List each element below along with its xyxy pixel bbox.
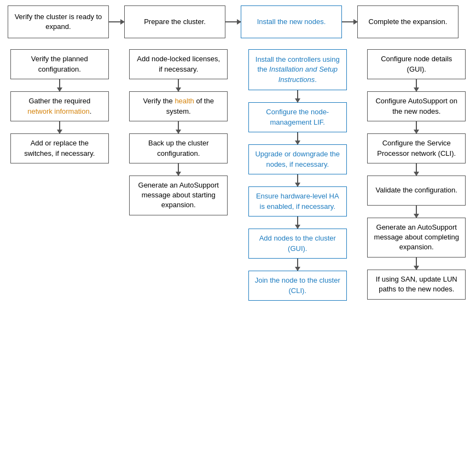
arrow-3-4 bbox=[342, 21, 357, 22]
top-box-3: Install the new nodes. bbox=[241, 5, 342, 38]
c3-arrow-v-4 bbox=[297, 217, 298, 229]
c2-arrow-2 bbox=[129, 121, 228, 133]
top-box-3-text: Install the new nodes. bbox=[257, 17, 326, 27]
c1-box-3: Add or replace the switches, if necessar… bbox=[10, 133, 109, 163]
c3-box-5: Add nodes to the cluster (GUI). bbox=[248, 229, 347, 259]
c2-box-3-text: Back up the cluster configuration. bbox=[135, 138, 222, 158]
top-box-4: Complete the expansion. bbox=[357, 5, 458, 38]
flowchart: Verify the cluster is ready to expand. P… bbox=[5, 5, 471, 301]
c4-box-5-text: Generate an AutoSupport message about co… bbox=[373, 223, 460, 253]
c3-box-5-text: Add nodes to the cluster (GUI). bbox=[254, 233, 341, 253]
c4-box-5: Generate an AutoSupport message about co… bbox=[367, 218, 466, 258]
c1-arrow-2 bbox=[10, 121, 109, 133]
c4-box-3: Configure the Service Processor network … bbox=[367, 133, 466, 163]
c1-box-1: Verify the planned configuration. bbox=[10, 49, 109, 79]
c4-arrow-v-2 bbox=[416, 121, 417, 133]
c3-arrow-v-1 bbox=[297, 90, 298, 102]
c4-box-1-text: Configure node details (GUI). bbox=[373, 54, 460, 74]
c1-arrow-v-2 bbox=[59, 121, 60, 133]
c1-arrow-1 bbox=[10, 79, 109, 91]
column-3: Install the controllers using the Instal… bbox=[246, 49, 350, 301]
c1-box-2-text: Gather the required network information. bbox=[16, 96, 103, 116]
arrow-2-3 bbox=[225, 21, 241, 22]
c4-arrow-v-3 bbox=[416, 163, 417, 176]
c3-arrow-1 bbox=[248, 90, 347, 102]
top-box-2-wrapper: Prepare the cluster. bbox=[124, 5, 225, 38]
top-box-1-text: Verify the cluster is ready to expand. bbox=[14, 12, 103, 32]
c3-arrow-3 bbox=[248, 174, 347, 186]
c2-arrow-1 bbox=[129, 79, 228, 91]
c4-arrow-v-4 bbox=[416, 206, 417, 218]
c4-arrow-1 bbox=[367, 79, 466, 91]
top-box-1-wrapper: Verify the cluster is ready to expand. bbox=[8, 5, 109, 38]
column-2: Add node-locked licenses, if necessary. … bbox=[127, 49, 231, 215]
c3-arrow-v-3 bbox=[297, 174, 298, 186]
column-4: Configure node details (GUI). Configure … bbox=[365, 49, 469, 300]
c2-box-3: Back up the cluster configuration. bbox=[129, 133, 228, 163]
c3-box-2-text: Configure the node-management LIF. bbox=[254, 107, 341, 127]
c3-arrow-5 bbox=[248, 259, 347, 271]
c4-box-4-text: Validate the configuration. bbox=[376, 185, 457, 195]
c2-arrow-v-1 bbox=[178, 79, 179, 91]
c2-box-2: Verify the health of the system. bbox=[129, 91, 228, 121]
c3-arrow-v-2 bbox=[297, 132, 298, 144]
main-columns: Verify the planned configuration. Gather… bbox=[5, 49, 471, 301]
c2-box-2-text: Verify the health of the system. bbox=[135, 96, 222, 116]
c4-box-2-text: Configure AutoSupport on the new nodes. bbox=[373, 96, 460, 116]
c2-box-4-text: Generate an AutoSupport message about st… bbox=[135, 180, 222, 210]
c4-box-1: Configure node details (GUI). bbox=[367, 49, 466, 79]
c3-arrow-4 bbox=[248, 217, 347, 229]
top-box-4-wrapper: Complete the expansion. bbox=[357, 5, 458, 38]
c4-arrow-v-1 bbox=[416, 79, 417, 91]
top-box-4-text: Complete the expansion. bbox=[369, 17, 448, 27]
c4-box-2: Configure AutoSupport on the new nodes. bbox=[367, 91, 466, 121]
c4-arrow-5 bbox=[367, 258, 466, 270]
top-row: Verify the cluster is ready to expand. P… bbox=[5, 5, 471, 38]
c4-box-6-text: If using SAN, update LUN paths to the ne… bbox=[373, 274, 460, 294]
c3-box-1-text: Install the controllers using the Instal… bbox=[254, 55, 341, 85]
c2-arrow-v-2 bbox=[178, 121, 179, 133]
c1-box-1-text: Verify the planned configuration. bbox=[16, 54, 103, 74]
c3-arrow-2 bbox=[248, 132, 347, 144]
c4-arrow-v-5 bbox=[416, 258, 417, 270]
column-1: Verify the planned configuration. Gather… bbox=[8, 49, 112, 163]
c3-box-4: Ensure hardware-level HA is enabled, if … bbox=[248, 186, 347, 217]
c2-box-4: Generate an AutoSupport message about st… bbox=[129, 176, 228, 215]
top-box-3-wrapper: Install the new nodes. bbox=[241, 5, 342, 38]
c1-box-2: Gather the required network information. bbox=[10, 91, 109, 121]
c2-box-1-text: Add node-locked licenses, if necessary. bbox=[135, 54, 222, 74]
c3-box-6: Join the node to the cluster (CLI). bbox=[248, 271, 347, 301]
c3-box-3: Upgrade or downgrade the nodes, if neces… bbox=[248, 144, 347, 174]
c4-arrow-4 bbox=[367, 206, 466, 218]
top-box-2-text: Prepare the cluster. bbox=[144, 17, 206, 27]
c1-arrow-v-1 bbox=[59, 79, 60, 91]
c1-box-3-text: Add or replace the switches, if necessar… bbox=[16, 138, 103, 158]
c4-arrow-3 bbox=[367, 163, 466, 176]
c4-box-4: Validate the configuration. bbox=[367, 176, 466, 206]
top-box-2: Prepare the cluster. bbox=[124, 5, 225, 38]
c4-arrow-2 bbox=[367, 121, 466, 133]
c3-box-1: Install the controllers using the Instal… bbox=[248, 49, 347, 90]
top-box-1: Verify the cluster is ready to expand. bbox=[8, 5, 109, 38]
c2-box-1: Add node-locked licenses, if necessary. bbox=[129, 49, 228, 79]
c2-arrow-v-3 bbox=[178, 163, 179, 176]
c3-arrow-v-5 bbox=[297, 259, 298, 271]
c4-box-3-text: Configure the Service Processor network … bbox=[373, 138, 460, 158]
c4-box-6: If using SAN, update LUN paths to the ne… bbox=[367, 270, 466, 300]
arrow-1-2 bbox=[109, 21, 124, 22]
c2-arrow-3 bbox=[129, 163, 228, 176]
c3-box-2: Configure the node-management LIF. bbox=[248, 102, 347, 132]
c3-box-3-text: Upgrade or downgrade the nodes, if neces… bbox=[254, 149, 341, 169]
c3-box-6-text: Join the node to the cluster (CLI). bbox=[254, 276, 341, 295]
c3-box-4-text: Ensure hardware-level HA is enabled, if … bbox=[254, 191, 341, 211]
